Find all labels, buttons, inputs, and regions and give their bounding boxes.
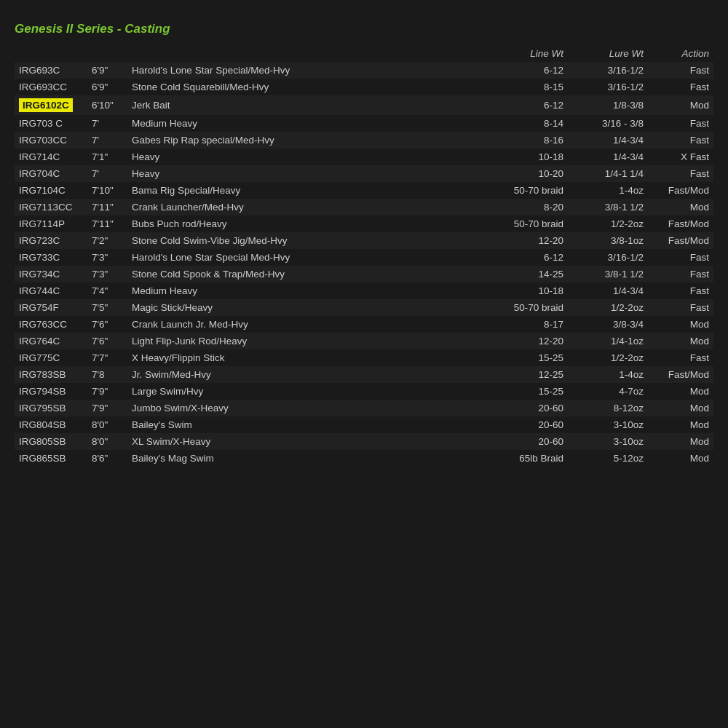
cell-linewt: 50-70 braid [488, 182, 568, 199]
cell-action: Mod [648, 383, 713, 400]
cell-desc: Large Swim/Hvy [127, 383, 488, 400]
table-row: IRG723C 7'2" Stone Cold Swim-Vibe Jig/Me… [15, 232, 713, 249]
cell-length: 7'11" [87, 215, 127, 232]
cell-model: IRG804SB [15, 416, 87, 433]
cell-length: 7'5" [87, 299, 127, 316]
table-row: IRG693CC 6'9" Stone Cold Squarebill/Med-… [15, 79, 713, 95]
cell-action: Mod [648, 416, 713, 433]
cell-lurewt: 3/16-1/2 [568, 249, 648, 266]
cell-lurewt: 1/4-1oz [568, 333, 648, 349]
cell-linewt: 50-70 braid [488, 215, 568, 232]
cell-desc: Bailey's Swim [127, 416, 488, 433]
table-row: IRG703 C 7' Medium Heavy 8-14 3/16 - 3/8… [15, 115, 713, 132]
table-row: IRG734C 7'3" Stone Cold Spook & Trap/Med… [15, 266, 713, 282]
col-header-length [87, 45, 127, 62]
cell-desc: Medium Heavy [127, 115, 488, 132]
cell-action: Mod [648, 333, 713, 349]
cell-length: 8'0" [87, 416, 127, 433]
cell-model: IRG805SB [15, 433, 87, 450]
cell-linewt: 15-25 [488, 349, 568, 366]
cell-linewt: 12-25 [488, 366, 568, 383]
table-row: IRG693C 6'9" Harold's Lone Star Special/… [15, 62, 713, 79]
cell-lurewt: 1/4-3/4 [568, 132, 648, 149]
cell-lurewt: 3/8-1 1/2 [568, 266, 648, 282]
table-row: IRG744C 7'4" Medium Heavy 10-18 1/4-3/4 … [15, 282, 713, 299]
cell-linewt: 20-60 [488, 433, 568, 450]
cell-linewt: 6-12 [488, 249, 568, 266]
cell-lurewt: 3/16-1/2 [568, 79, 648, 95]
col-header-action: Action [648, 45, 713, 62]
cell-desc: Stone Cold Squarebill/Med-Hvy [127, 79, 488, 95]
cell-desc: Magic Stick/Heavy [127, 299, 488, 316]
cell-action: Fast [648, 132, 713, 149]
cell-desc: Heavy [127, 165, 488, 182]
cell-lurewt: 3/16-1/2 [568, 62, 648, 79]
table-row: IRG775C 7'7" X Heavy/Flippin Stick 15-25… [15, 349, 713, 366]
cell-linewt: 8-16 [488, 132, 568, 149]
cell-length: 7'3" [87, 266, 127, 282]
cell-desc: X Heavy/Flippin Stick [127, 349, 488, 366]
page-container: Genesis II Series - Casting Line Wt Lure… [0, 0, 728, 481]
cell-action: Mod [648, 95, 713, 115]
table-body: IRG693C 6'9" Harold's Lone Star Special/… [15, 62, 713, 467]
cell-lurewt: 5-12oz [568, 450, 648, 467]
table-row: IRG783SB 7'8 Jr. Swim/Med-Hvy 12-25 1-4o… [15, 366, 713, 383]
cell-desc: Stone Cold Spook & Trap/Med-Hvy [127, 266, 488, 282]
cell-model: IRG764C [15, 333, 87, 349]
cell-model: IRG723C [15, 232, 87, 249]
table-row: IRG703CC 7' Gabes Rip Rap special/Med-Hv… [15, 132, 713, 149]
cell-model: IRG714C [15, 149, 87, 165]
cell-action: Fast [648, 62, 713, 79]
cell-linewt: 14-25 [488, 266, 568, 282]
cell-linewt: 10-18 [488, 149, 568, 165]
cell-linewt: 50-70 braid [488, 299, 568, 316]
cell-lurewt: 1/4-3/4 [568, 282, 648, 299]
cell-linewt: 65lb Braid [488, 450, 568, 467]
cell-lurewt: 1-4oz [568, 182, 648, 199]
table-row: IRG764C 7'6" Light Flip-Junk Rod/Heavy 1… [15, 333, 713, 349]
cell-length: 7'8 [87, 366, 127, 383]
cell-linewt: 15-25 [488, 383, 568, 400]
cell-lurewt: 1/8-3/8 [568, 95, 648, 115]
cell-desc: Stone Cold Swim-Vibe Jig/Med-Hvy [127, 232, 488, 249]
cell-lurewt: 1/2-2oz [568, 299, 648, 316]
cell-model: IRG693CC [15, 79, 87, 95]
table-row: IRG865SB 8'6" Bailey's Mag Swim 65lb Bra… [15, 450, 713, 467]
table-row: IRG7113CC 7'11" Crank Launcher/Med-Hvy 8… [15, 199, 713, 215]
cell-length: 8'6" [87, 450, 127, 467]
cell-model: IRG703 C [15, 115, 87, 132]
cell-lurewt: 1/4-1 1/4 [568, 165, 648, 182]
table-row: IRG804SB 8'0" Bailey's Swim 20-60 3-10oz… [15, 416, 713, 433]
cell-model: IRG763CC [15, 316, 87, 333]
cell-linewt: 20-60 [488, 416, 568, 433]
table-row: IRG733C 7'3" Harold's Lone Star Special … [15, 249, 713, 266]
cell-linewt: 8-20 [488, 199, 568, 215]
cell-length: 6'9" [87, 62, 127, 79]
cell-length: 7'7" [87, 349, 127, 366]
cell-model: IRG704C [15, 165, 87, 182]
table-row: IRG714C 7'1" Heavy 10-18 1/4-3/4 X Fast [15, 149, 713, 165]
cell-model: IRG795SB [15, 400, 87, 416]
cell-action: Mod [648, 199, 713, 215]
table-row: IRG794SB 7'9" Large Swim/Hvy 15-25 4-7oz… [15, 383, 713, 400]
cell-action: Mod [648, 450, 713, 467]
table-row: IRG763CC 7'6" Crank Launch Jr. Med-Hvy 8… [15, 316, 713, 333]
cell-lurewt: 1/2-2oz [568, 349, 648, 366]
cell-linewt: 10-20 [488, 165, 568, 182]
table-row: IRG754F 7'5" Magic Stick/Heavy 50-70 bra… [15, 299, 713, 316]
col-header-desc [127, 45, 488, 62]
cell-action: Fast/Mod [648, 366, 713, 383]
highlighted-model: IRG6102C [19, 98, 73, 112]
cell-desc: Jumbo Swim/X-Heavy [127, 400, 488, 416]
cell-action: Mod [648, 316, 713, 333]
cell-linewt: 6-12 [488, 95, 568, 115]
cell-length: 7'6" [87, 316, 127, 333]
cell-linewt: 8-17 [488, 316, 568, 333]
cell-length: 7'11" [87, 199, 127, 215]
table-row: IRG704C 7' Heavy 10-20 1/4-1 1/4 Fast [15, 165, 713, 182]
cell-model: IRG7104C [15, 182, 87, 199]
cell-linewt: 10-18 [488, 282, 568, 299]
cell-action: Fast [648, 282, 713, 299]
cell-desc: XL Swim/X-Heavy [127, 433, 488, 450]
cell-desc: Crank Launcher/Med-Hvy [127, 199, 488, 215]
